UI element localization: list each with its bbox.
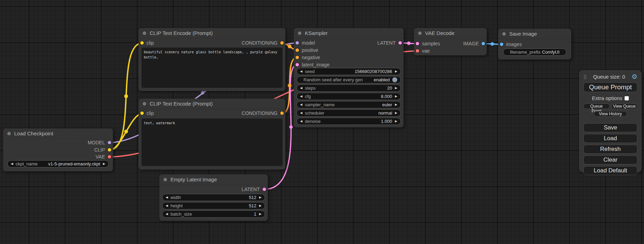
widget-width[interactable]: ◀ width 512 ▶ <box>162 194 265 201</box>
slot-dot[interactable] <box>280 111 284 115</box>
node-collapse-dot[interactable] <box>298 31 301 35</box>
node-titlebar[interactable]: KSampler <box>294 28 404 38</box>
input-slot-clip[interactable]: clip <box>140 40 154 46</box>
increment-icon[interactable]: ▶ <box>395 120 397 123</box>
increment-icon[interactable]: ▶ <box>395 111 397 115</box>
queue-front-button[interactable]: Queue Front <box>583 103 610 109</box>
load-default-button[interactable]: Load Default <box>583 166 637 175</box>
increment-icon[interactable]: ▶ <box>259 213 262 216</box>
slot-dot[interactable] <box>108 148 111 152</box>
node-collapse-dot[interactable] <box>143 102 146 106</box>
slot-dot[interactable] <box>295 48 299 52</box>
output-slot-image[interactable]: IMAGE <box>463 41 485 46</box>
increment-icon[interactable]: ▶ <box>395 103 397 106</box>
node-collapse-dot[interactable] <box>164 178 167 181</box>
slot-dot[interactable] <box>500 43 503 46</box>
node-load-checkpoint[interactable]: Load Checkpoint MODEL CLIP VAE ◀ ckpt_na… <box>3 128 113 171</box>
decrement-icon[interactable]: ◀ <box>300 103 302 106</box>
input-slot-negative[interactable]: negative <box>295 55 320 60</box>
decrement-icon[interactable]: ◀ <box>300 95 302 98</box>
input-slot-images[interactable]: images <box>500 42 522 47</box>
node-collapse-dot[interactable] <box>418 31 422 35</box>
decrement-icon[interactable]: ◀ <box>300 111 302 115</box>
slot-dot[interactable] <box>108 155 111 159</box>
input-slot-vae[interactable]: vae <box>416 48 430 54</box>
slot-dot[interactable] <box>108 141 111 144</box>
node-collapse-dot[interactable] <box>502 32 506 36</box>
slot-dot[interactable] <box>295 63 299 66</box>
slot-dot[interactable] <box>416 42 419 45</box>
node-collapse-dot[interactable] <box>143 31 146 35</box>
input-slot-positive[interactable]: positive <box>295 47 318 53</box>
widget-cfg[interactable]: ◀ cfg 8.000 ▶ <box>297 93 401 100</box>
node-titlebar[interactable]: CLIP Text Encode (Prompt) <box>139 99 285 109</box>
decrement-icon[interactable]: ◀ <box>166 204 168 207</box>
output-slot-latent[interactable]: LATENT <box>377 40 402 46</box>
node-vae-decode[interactable]: VAE Decode samples vae IMAGE <box>414 28 487 55</box>
output-slot-model[interactable]: MODEL <box>88 140 111 145</box>
output-slot-conditioning[interactable]: CONDITIONING <box>242 110 284 116</box>
input-slot-samples[interactable]: samples <box>416 41 440 46</box>
node-titlebar[interactable]: CLIP Text Encode (Prompt) <box>139 28 285 38</box>
decrement-icon[interactable]: ◀ <box>11 162 13 165</box>
widget-denoise[interactable]: ◀ denoise 1.000 ▶ <box>297 118 401 125</box>
toggle-dot[interactable] <box>392 77 397 82</box>
output-slot-latent[interactable]: LATENT <box>241 187 266 192</box>
increment-icon[interactable]: ▶ <box>103 162 105 165</box>
node-collapse-dot[interactable] <box>7 132 11 135</box>
widget-scheduler[interactable]: ◀ scheduler normal ▶ <box>297 109 401 117</box>
output-slot-vae[interactable]: VAE <box>96 154 111 160</box>
queue-prompt-button[interactable]: Queue Prompt <box>583 82 637 92</box>
negative-prompt-textarea[interactable]: text, watermark <box>141 118 283 166</box>
decrement-icon[interactable]: ◀ <box>166 213 168 216</box>
node-titlebar[interactable]: Load Checkpoint <box>3 128 113 139</box>
widget-random-seed-toggle[interactable]: Random seed after every gen enabled <box>297 76 401 83</box>
drag-handle-icon[interactable]: ⣿ <box>583 74 587 79</box>
node-titlebar[interactable]: VAE Decode <box>414 28 487 38</box>
load-button[interactable]: Load <box>583 134 637 143</box>
slot-dot[interactable] <box>280 41 284 45</box>
input-slot-model[interactable]: model <box>295 40 315 46</box>
increment-icon[interactable]: ▶ <box>259 196 262 199</box>
widget-height[interactable]: ◀ height 512 ▶ <box>162 202 265 209</box>
slot-dot[interactable] <box>295 56 299 59</box>
decrement-icon[interactable]: ◀ <box>300 70 302 73</box>
widget-ckpt-name[interactable]: ◀ ckpt_name v1-5-pruned-emaonly.ckpt ▶ <box>7 160 109 168</box>
node-clip-text-encode-negative[interactable]: CLIP Text Encode (Prompt) clip CONDITION… <box>139 99 285 170</box>
settings-gear-icon[interactable]: ⚙ <box>632 73 637 80</box>
decrement-icon[interactable]: ◀ <box>300 120 302 123</box>
slot-dot[interactable] <box>295 41 299 45</box>
refresh-button[interactable]: Refresh <box>583 145 637 154</box>
input-slot-clip[interactable]: clip <box>140 110 154 116</box>
slot-dot[interactable] <box>482 42 485 45</box>
node-save-image[interactable]: Save Image images filename_prefix ComfyU… <box>498 29 571 60</box>
view-queue-button[interactable]: View Queue <box>611 103 638 109</box>
widget-filename-prefix[interactable]: filename_prefix ComfyUI <box>503 48 566 56</box>
increment-icon[interactable]: ▶ <box>395 87 397 90</box>
output-slot-conditioning[interactable]: CONDITIONING <box>242 40 284 46</box>
widget-steps[interactable]: ◀ steps 20 ▶ <box>297 84 401 92</box>
view-history-button[interactable]: View History <box>594 111 627 117</box>
save-button[interactable]: Save <box>583 123 637 132</box>
node-titlebar[interactable]: Save Image <box>498 29 571 39</box>
node-ksampler[interactable]: KSampler model positive negative latent_… <box>294 28 404 127</box>
node-empty-latent-image[interactable]: Empty Latent Image LATENT ◀ width 512 ▶ … <box>159 174 268 221</box>
increment-icon[interactable]: ▶ <box>259 204 262 207</box>
input-slot-latent-image[interactable]: latent_image <box>295 62 329 67</box>
slot-dot[interactable] <box>140 41 144 45</box>
slot-dot[interactable] <box>416 49 419 53</box>
increment-icon[interactable]: ▶ <box>395 95 397 98</box>
extra-options-checkbox[interactable] <box>625 96 629 100</box>
slot-dot[interactable] <box>140 111 144 115</box>
decrement-icon[interactable]: ◀ <box>166 196 168 199</box>
slot-dot[interactable] <box>398 41 402 45</box>
widget-sampler-name[interactable]: ◀ sampler_name euler ▶ <box>297 101 401 108</box>
node-titlebar[interactable]: Empty Latent Image <box>159 174 268 185</box>
positive-prompt-textarea[interactable]: beautiful scenery nature glass bottle la… <box>141 47 283 88</box>
clear-button[interactable]: Clear <box>583 155 637 164</box>
slot-dot[interactable] <box>263 188 266 191</box>
widget-seed[interactable]: ◀ seed 156680208700286 ▶ <box>297 68 401 75</box>
decrement-icon[interactable]: ◀ <box>300 87 302 90</box>
widget-batch-size[interactable]: ◀ batch_size 1 ▶ <box>162 210 265 218</box>
increment-icon[interactable]: ▶ <box>395 70 397 73</box>
